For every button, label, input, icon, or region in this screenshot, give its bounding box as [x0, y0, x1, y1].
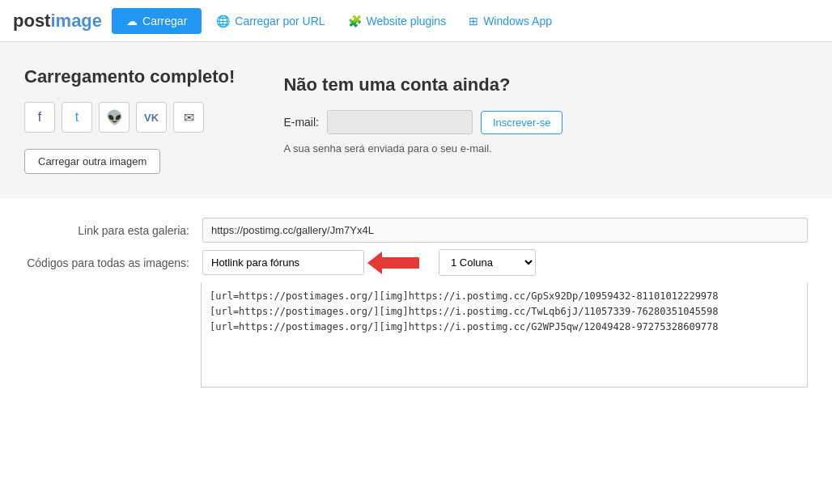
logo-post: post — [13, 11, 50, 31]
cloud-icon: ☁ — [126, 15, 138, 28]
twitter-icon: t — [75, 110, 79, 125]
upload-btn-label: Carregar — [142, 15, 187, 28]
gallery-row: Link para esta galeria: — [0, 218, 832, 243]
subscribe-button[interactable]: Inscrever-se — [481, 111, 563, 134]
email-row: E-mail: Inscrever-se — [283, 110, 562, 134]
windows-app-link[interactable]: ⊞ Windows App — [457, 8, 563, 34]
puzzle-icon: 🧩 — [348, 15, 362, 28]
social-icons: f t 👽 VK ✉ — [24, 102, 235, 133]
email-input[interactable] — [327, 110, 473, 134]
top-left: Carregamento completo! f t 👽 VK ✉ Carreg… — [24, 66, 235, 174]
red-arrow-indicator — [367, 251, 432, 275]
upload-button[interactable]: ☁ Carregar — [112, 8, 202, 34]
navbar: postimage ☁ Carregar 🌐 Carregar por URL … — [0, 0, 832, 42]
codes-textarea-wrapper — [0, 282, 832, 390]
top-right: Não tem uma conta ainda? E-mail: Inscrev… — [283, 66, 562, 155]
gallery-label: Link para esta galeria: — [24, 224, 202, 237]
twitter-share-button[interactable]: t — [62, 102, 92, 133]
codes-row: Códigos para todas as imagens: Hotlink p… — [0, 249, 832, 276]
codes-controls: Hotlink para fóruns Hotlink direto BBCod… — [202, 249, 808, 276]
codes-textarea[interactable] — [201, 282, 808, 388]
top-section: Carregamento completo! f t 👽 VK ✉ Carreg… — [0, 42, 832, 198]
windows-icon: ⊞ — [469, 15, 478, 28]
gallery-link-input[interactable] — [202, 218, 808, 243]
bottom-section: Link para esta galeria: Códigos para tod… — [0, 198, 832, 390]
vk-icon: VK — [144, 112, 159, 124]
windows-app-label: Windows App — [483, 15, 552, 28]
vk-share-button[interactable]: VK — [136, 102, 167, 133]
facebook-share-button[interactable]: f — [24, 102, 55, 133]
upload-another-label: Carregar outra imagem — [38, 155, 146, 167]
logo: postimage — [13, 11, 102, 32]
email-note: A sua senha será enviada para o seu e-ma… — [283, 142, 562, 155]
upload-url-label: Carregar por URL — [235, 15, 325, 28]
logo-image: image — [50, 11, 102, 31]
globe-icon: 🌐 — [216, 15, 230, 28]
plugins-label: Website plugins — [367, 15, 447, 28]
plugins-link[interactable]: 🧩 Website plugins — [337, 8, 458, 34]
reddit-icon: 👽 — [106, 109, 123, 126]
reddit-share-button[interactable]: 👽 — [99, 102, 129, 133]
code-type-select[interactable]: Hotlink para fóruns Hotlink direto BBCod… — [202, 250, 364, 275]
upload-another-button[interactable]: Carregar outra imagem — [24, 149, 160, 174]
mail-icon: ✉ — [184, 110, 194, 125]
email-share-button[interactable]: ✉ — [173, 102, 204, 133]
upload-url-link[interactable]: 🌐 Carregar por URL — [205, 8, 336, 34]
columns-select[interactable]: 1 Coluna 2 Colunas 3 Colunas — [439, 249, 536, 276]
success-title: Carregamento completo! — [24, 66, 235, 87]
facebook-icon: f — [38, 110, 41, 125]
subscribe-label: Inscrever-se — [493, 116, 551, 129]
email-label: E-mail: — [283, 116, 319, 129]
register-title: Não tem uma conta ainda? — [283, 74, 562, 95]
codes-label: Códigos para todas as imagens: — [24, 256, 202, 269]
